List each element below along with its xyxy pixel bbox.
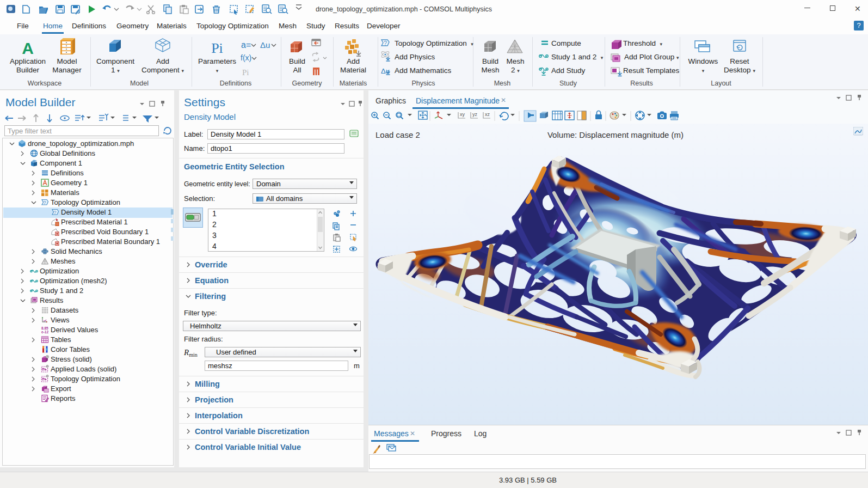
svg-text:e-12: e-12 bbox=[41, 330, 48, 334]
svg-text:Pi: Pi bbox=[211, 40, 223, 56]
svg-text:a=: a= bbox=[241, 40, 251, 50]
svg-text:?: ? bbox=[384, 40, 387, 46]
svg-text:f(x): f(x) bbox=[241, 53, 251, 62]
svg-text:8.85: 8.85 bbox=[41, 326, 48, 330]
svg-text:?: ? bbox=[53, 210, 56, 215]
svg-text:Δu: Δu bbox=[260, 40, 270, 50]
svg-text:yz: yz bbox=[472, 112, 478, 117]
svg-text:Pi: Pi bbox=[242, 68, 249, 77]
svg-text:xz: xz bbox=[485, 112, 490, 117]
svg-text:A: A bbox=[22, 39, 34, 57]
svg-text:?: ? bbox=[43, 200, 46, 205]
svg-text:xy: xy bbox=[460, 112, 465, 117]
